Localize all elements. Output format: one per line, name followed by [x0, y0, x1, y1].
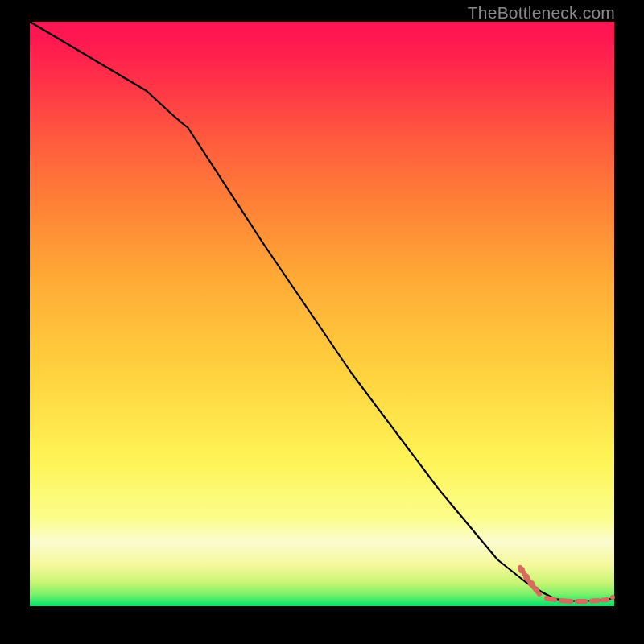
- svg-point-14: [610, 595, 615, 600]
- svg-line-8: [592, 601, 598, 601]
- chart-svg: [30, 22, 614, 606]
- chart-stage: TheBottleneck.com: [0, 0, 644, 644]
- watermark-text: TheBottleneck.com: [468, 3, 615, 23]
- svg-point-10: [518, 567, 525, 573]
- svg-line-6: [561, 601, 571, 601]
- svg-line-5: [547, 598, 555, 600]
- svg-point-12: [528, 580, 535, 587]
- series-bottleneck-curve: [30, 22, 614, 601]
- svg-point-11: [523, 574, 530, 580]
- svg-line-9: [603, 600, 607, 601]
- marker-dots: [518, 567, 615, 600]
- svg-point-13: [534, 587, 539, 592]
